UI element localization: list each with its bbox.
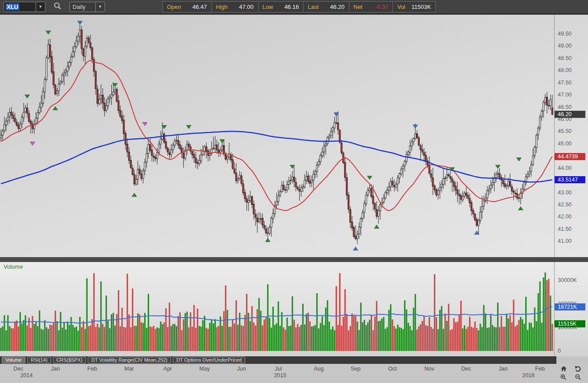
axis-tick-label: 48.50 — [558, 55, 572, 61]
charting-app: XLU ▼ Daily ▼ Open46.47High47.00Low46.16… — [0, 0, 588, 383]
quote-label: Open — [163, 4, 185, 10]
month-label: Oct — [388, 366, 397, 372]
zoom-out-button[interactable] — [572, 374, 584, 382]
price-axis: 49.5049.0048.5048.0047.5047.0046.5046.00… — [554, 15, 588, 257]
last-price-badge: 46.20 — [555, 111, 585, 118]
search-button[interactable] — [53, 2, 62, 12]
symbol-dropdown-button[interactable]: ▼ — [36, 2, 45, 12]
axis-tick-label: 41.00 — [558, 238, 572, 244]
quote-value: 11503K — [409, 4, 435, 10]
signal-triangle — [132, 193, 137, 197]
volume-chart-svg[interactable] — [0, 262, 554, 356]
price-panel[interactable]: 49.5049.0048.5048.0047.5047.0046.5046.00… — [0, 15, 588, 257]
top-toolbar: XLU ▼ Daily ▼ Open46.47High47.00Low46.16… — [0, 0, 588, 15]
volume-pane-label: Volume — [4, 263, 23, 270]
price-chart-svg[interactable] — [0, 15, 554, 257]
axis-tick-label: 42.50 — [558, 202, 572, 208]
volume-axis: 30000K20000K10000K018721K11515K — [554, 262, 588, 356]
tab-rsi-14-[interactable]: RSI(14) — [27, 357, 51, 363]
signal-triangle — [142, 122, 147, 126]
quote-label: Net — [349, 4, 366, 10]
indicator-tabstrip: VolumeRSI(14)CRS($SPX)DT Volatility Rang… — [0, 356, 556, 364]
month-label: Mar — [124, 366, 134, 372]
month-label: Apr — [163, 366, 172, 372]
month-label: Jul — [275, 366, 282, 372]
month-label: Jun — [237, 366, 246, 372]
signal-triangle — [187, 125, 191, 129]
axis-tick-label: 41.50 — [558, 226, 572, 232]
undo-button[interactable] — [572, 365, 584, 373]
tab-volume[interactable]: Volume — [2, 357, 25, 363]
tab-dt-options-over-underpriced[interactable]: DT Options Over/UnderPriced — [173, 357, 245, 363]
quote-field-net: Net-0.37 — [349, 2, 393, 12]
axis-tick-label: 30000K — [558, 277, 577, 283]
quote-value: 46.47 — [185, 4, 211, 10]
ma-slow-badge: 43.5147 — [555, 176, 585, 183]
signal-triangle — [25, 95, 30, 98]
chart-nav-icons — [558, 365, 586, 382]
quote-label: Vol — [393, 4, 409, 10]
axis-tick-label: 0 — [558, 348, 561, 354]
quote-label: Last — [304, 4, 322, 10]
axis-tick-label: 47.50 — [558, 80, 572, 86]
quote-field-high: High47.00 — [212, 2, 259, 12]
home-button[interactable] — [558, 365, 569, 373]
quote-value: -0.37 — [366, 4, 393, 10]
quote-field-last: Last46.20 — [304, 2, 349, 12]
signal-triangle — [77, 21, 82, 24]
month-label: Feb — [535, 366, 545, 372]
axis-tick-label: 45.50 — [558, 128, 572, 134]
axis-tick-label: 44.00 — [558, 165, 572, 171]
month-label: Aug — [314, 366, 324, 372]
timeframe-select[interactable]: Daily ▼ — [69, 2, 105, 12]
last-volume-badge: 11515K — [555, 320, 585, 327]
indicator-tabbar: VolumeRSI(14)CRS($SPX)DT Volatility Rang… — [0, 356, 588, 364]
month-label: Feb — [87, 366, 97, 372]
axis-tick-label: 49.00 — [558, 43, 572, 49]
symbol-input[interactable]: XLU ▼ — [4, 2, 45, 12]
signal-triangle — [516, 158, 521, 161]
month-label: Dec — [461, 366, 471, 372]
month-label: May — [199, 366, 210, 372]
month-label: Nov — [424, 366, 434, 372]
signal-triangle — [374, 225, 379, 228]
quote-label: Low — [259, 4, 277, 10]
month-label: Sep — [351, 366, 361, 372]
signal-triangle — [518, 206, 523, 210]
tab-crs-spx-[interactable]: CRS($SPX) — [53, 357, 86, 363]
volume-ma-badge: 18721K — [555, 303, 585, 310]
quote-value: 46.20 — [322, 4, 349, 10]
signal-triangle — [367, 176, 372, 180]
year-label: 2014 — [20, 372, 33, 379]
undo-icon — [574, 365, 582, 374]
tab-dt-volatility-range-civ-mean-252-[interactable]: DT Volatility Range(CIV Mean,252) — [88, 357, 171, 363]
month-label: Jan — [51, 366, 60, 372]
axis-tick-label: 43.00 — [558, 189, 572, 196]
axis-tick-label: 45.00 — [558, 141, 572, 147]
month-label: Dec — [13, 366, 23, 372]
volume-panel[interactable]: Volume 30000K20000K10000K018721K11515K — [0, 262, 588, 356]
ma-fast-badge: 44.4739 — [555, 153, 585, 160]
timeframe-dropdown-button[interactable]: ▼ — [95, 2, 105, 12]
signal-triangle — [265, 238, 270, 242]
signal-triangle — [413, 125, 418, 128]
quote-field-vol: Vol11503K — [393, 2, 435, 12]
date-axis: Dec2014JanFebMarAprMayJunJul2015AugSepOc… — [0, 364, 588, 383]
signal-triangle — [30, 142, 35, 145]
quote-label: High — [212, 4, 231, 10]
zoom-in-icon — [560, 374, 567, 382]
search-icon — [53, 2, 62, 12]
zoom-in-button[interactable] — [558, 374, 569, 382]
symbol-value[interactable]: XLU — [4, 3, 36, 11]
timeframe-value: Daily — [70, 3, 95, 11]
month-label: Jan — [499, 366, 507, 372]
signal-triangle — [53, 106, 58, 110]
axis-tick-label: 48.00 — [558, 67, 572, 73]
home-icon — [560, 365, 568, 374]
signal-triangle — [46, 31, 51, 34]
year-label: 2016 — [522, 372, 535, 379]
quote-bar: Open46.47High47.00Low46.16Last46.20Net-0… — [162, 1, 436, 12]
axis-tick-label: 46.50 — [558, 104, 572, 110]
panel-splitter[interactable] — [0, 257, 588, 262]
axis-tick-label: 42.00 — [558, 214, 572, 220]
